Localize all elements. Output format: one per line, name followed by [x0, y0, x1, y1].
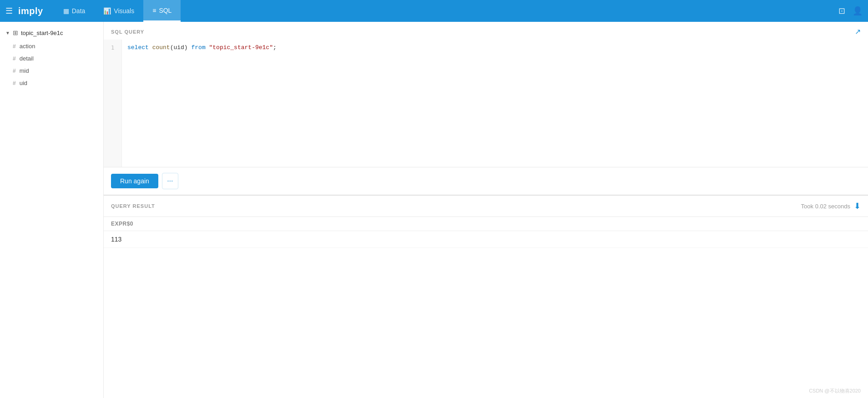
sidebar-item-action[interactable]: # action — [0, 40, 103, 52]
sql-query-panel: SQL QUERY ↗ 1 select count(uid) from "to… — [104, 22, 868, 195]
sql-paren-close: ) — [184, 44, 188, 51]
sql-code[interactable]: select count(uid) from "topic_start-9e1c… — [122, 40, 868, 167]
result-panel: QUERY RESULT Took 0.02 seconds ⬇ EXPR$0 … — [104, 196, 868, 398]
visuals-nav-icon: 📊 — [103, 7, 111, 15]
sidebar-datasource[interactable]: ▼ ⊞ topic_start-9e1c — [0, 25, 103, 40]
table-cell-count: 113 — [104, 231, 868, 248]
col-header-expr0: EXPR$0 — [104, 217, 868, 231]
table-header-row: EXPR$0 — [104, 217, 868, 231]
field-name-detail: detail — [20, 55, 34, 62]
datasource-name: topic_start-9e1c — [21, 30, 63, 36]
footer-credit: CSDN @不以物喜2020 — [809, 388, 861, 394]
user-icon[interactable]: 👤 — [853, 6, 863, 16]
content-area: SQL QUERY ↗ 1 select count(uid) from "to… — [104, 22, 868, 398]
field-name-uid: uid — [20, 80, 27, 86]
app-logo: imply — [18, 6, 43, 16]
ellipsis-icon: ··· — [167, 177, 173, 185]
expand-arrow-icon: ▼ — [5, 30, 10, 35]
topnav-right-icons: ⊡ 👤 — [838, 6, 863, 16]
sql-panel-header: SQL QUERY ↗ — [104, 22, 868, 40]
nav-visuals-label: Visuals — [114, 7, 134, 15]
sidebar: ▼ ⊞ topic_start-9e1c # action # detail #… — [0, 22, 104, 398]
sql-count-function: count — [152, 44, 170, 51]
nav-data[interactable]: ▦ Data — [54, 0, 95, 22]
nav-visuals[interactable]: 📊 Visuals — [94, 0, 143, 22]
hash-icon-action: # — [13, 43, 16, 50]
hash-icon-detail: # — [13, 55, 16, 62]
sql-table-name: "topic_start-9e1c" — [209, 44, 273, 51]
code-editor[interactable]: 1 select count(uid) from "topic_start-9e… — [104, 40, 868, 167]
field-name-mid: mid — [20, 67, 29, 74]
hamburger-icon[interactable]: ☰ — [5, 6, 13, 16]
sidebar-item-detail[interactable]: # detail — [0, 52, 103, 65]
nav-sql-label: SQL — [159, 7, 172, 14]
nav-data-label: Data — [72, 7, 86, 15]
sql-nav-icon: ≡ — [152, 7, 156, 14]
table-row: 113 — [104, 231, 868, 248]
sql-toolbar: Run again ··· — [104, 167, 868, 195]
main-layout: ▼ ⊞ topic_start-9e1c # action # detail #… — [0, 22, 868, 398]
line-numbers: 1 — [104, 40, 122, 167]
data-nav-icon: ▦ — [63, 7, 69, 15]
result-header: QUERY RESULT Took 0.02 seconds ⬇ — [104, 196, 868, 217]
nav-sql[interactable]: ≡ SQL — [143, 0, 181, 22]
sql-select-keyword: select — [127, 44, 149, 51]
result-title: QUERY RESULT — [111, 203, 155, 209]
download-icon[interactable]: ⬇ — [854, 201, 861, 211]
hash-icon-mid: # — [13, 68, 16, 74]
hash-icon-uid: # — [13, 80, 16, 86]
line-number-1: 1 — [107, 43, 118, 52]
more-options-button[interactable]: ··· — [162, 173, 178, 189]
sql-semicolon: ; — [273, 44, 277, 51]
share-icon[interactable]: ↗ — [855, 27, 861, 36]
sql-uid-arg: uid — [173, 44, 184, 51]
datasource-table-icon: ⊞ — [13, 29, 18, 36]
sidebar-item-uid[interactable]: # uid — [0, 77, 103, 89]
window-icon[interactable]: ⊡ — [838, 6, 845, 16]
result-meta: Took 0.02 seconds ⬇ — [801, 201, 861, 211]
result-table: EXPR$0 113 — [104, 217, 868, 248]
sql-from-keyword: from — [191, 44, 205, 51]
sidebar-item-mid[interactable]: # mid — [0, 65, 103, 77]
sql-panel-title: SQL QUERY — [111, 29, 144, 35]
field-name-action: action — [20, 43, 35, 50]
topnav: ☰ imply ▦ Data 📊 Visuals ≡ SQL ⊡ 👤 — [0, 0, 868, 22]
run-again-button[interactable]: Run again — [111, 174, 158, 188]
result-timing: Took 0.02 seconds — [801, 203, 850, 210]
